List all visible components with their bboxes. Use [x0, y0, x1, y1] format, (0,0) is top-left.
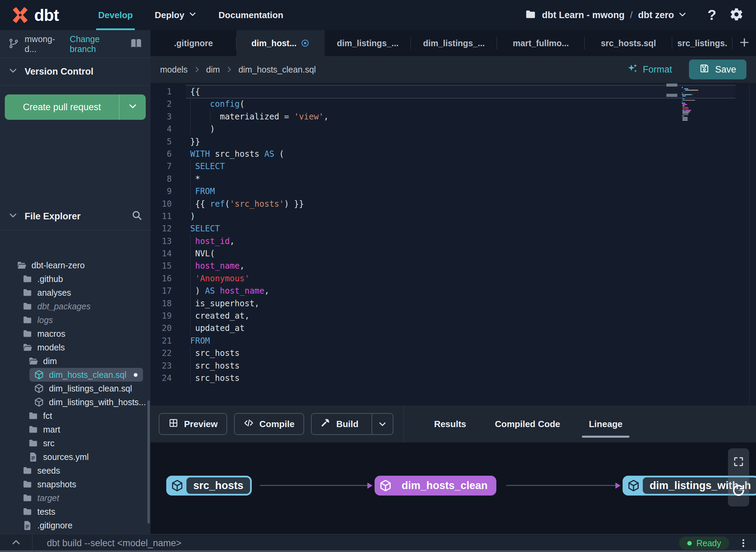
code-editor[interactable]: 123456789101112131415161718192021222324 … [151, 83, 756, 406]
code-line[interactable]: ) AS host_name, [186, 285, 735, 297]
tab-gitignore[interactable]: .gitignore [151, 30, 236, 56]
settings-gear-icon[interactable] [716, 7, 744, 23]
project-chevron-down-icon[interactable] [674, 10, 687, 20]
code-line[interactable]: ) [186, 123, 735, 135]
line-number: 13 [151, 235, 172, 247]
tab-dim-host[interactable]: dim_host... [236, 30, 325, 56]
fullscreen-icon[interactable] [733, 456, 744, 469]
tab-dim-listings[interactable]: dim_listings_... [325, 30, 411, 56]
tab-src-listings[interactable]: src_listings. [672, 30, 732, 56]
line-number: 2 [151, 98, 172, 110]
tree-item-analyses[interactable]: analyses [0, 286, 151, 299]
code-line[interactable]: src_hosts [186, 372, 735, 384]
panel-tab-lineage[interactable]: Lineage [574, 406, 637, 442]
kebab-menu-icon[interactable] [738, 538, 748, 548]
build-dropdown[interactable] [372, 414, 393, 434]
tree-item-tests[interactable]: tests [0, 505, 151, 518]
tree-item-github[interactable]: .github [0, 272, 151, 286]
lineage-node-dim-hosts-clean[interactable]: dim_hosts_clean [375, 476, 496, 496]
code-line[interactable]: host_id, [186, 235, 735, 247]
create-pr-dropdown[interactable] [119, 94, 146, 120]
model-cube-icon [376, 479, 395, 492]
new-tab-button[interactable] [732, 30, 756, 56]
code-line[interactable]: FROM [186, 335, 735, 347]
code-line[interactable]: {{ ref('src_hosts') }} [186, 198, 735, 210]
change-branch-link[interactable]: Change branch [70, 34, 125, 54]
code-line[interactable]: 'Anonymous' [186, 272, 735, 285]
code-line[interactable]: ) [186, 210, 735, 222]
model-cube-icon [34, 383, 44, 394]
create-pull-request-button[interactable]: Create pull request [5, 94, 146, 120]
tree-item-dim-listings-clean-sql[interactable]: dim_listings_clean.sql [0, 382, 151, 395]
search-icon[interactable] [131, 210, 142, 223]
docs-book-icon[interactable] [130, 37, 142, 51]
tree-item-dim-hosts-clean-sql[interactable]: dim_hosts_clean.sql [29, 368, 143, 382]
format-button[interactable]: Format [625, 63, 674, 77]
version-control-header[interactable]: Version Control [0, 58, 151, 86]
code-line[interactable]: SELECT [186, 222, 735, 235]
tree-item-dbt-packages[interactable]: dbt_packages [0, 299, 151, 313]
code-line[interactable]: materialized = 'view', [186, 111, 735, 123]
sidebar-scrollbar[interactable] [147, 400, 150, 524]
command-input[interactable]: dbt build --select <model_name> [32, 538, 181, 549]
tree-item-macros[interactable]: macros [0, 327, 151, 341]
nav-develop[interactable]: Develop [87, 0, 144, 30]
refresh-icon[interactable] [731, 483, 746, 499]
command-bar-expand[interactable] [0, 534, 32, 552]
breadcrumb-models[interactable]: models [160, 65, 188, 75]
code-line[interactable]: {{ [186, 86, 735, 98]
tree-item-seeds[interactable]: seeds [0, 464, 151, 477]
nav-documentation[interactable]: Documentation [208, 0, 294, 30]
file-icon [28, 452, 38, 462]
code-line[interactable]: is_superhost, [186, 297, 735, 310]
compile-button[interactable]: Compile [234, 413, 304, 435]
nav-deploy[interactable]: Deploy [144, 0, 208, 30]
file-explorer-header[interactable]: File Explorer [0, 203, 151, 230]
folder-icon [22, 506, 32, 517]
code-line[interactable]: * [186, 173, 735, 185]
code-line[interactable]: NVL( [186, 247, 735, 260]
tree-item-target[interactable]: target [0, 491, 151, 505]
tree-item-logs[interactable]: logs [0, 313, 151, 327]
code-line[interactable]: src_hosts [186, 347, 735, 359]
code-line[interactable]: config( [186, 98, 735, 110]
tree-item-snapshots[interactable]: snapshots [0, 477, 151, 491]
code-line[interactable]: src_hosts [186, 360, 735, 372]
tab-dim-listings[interactable]: dim_listings_... [411, 30, 497, 56]
tree-item-gitignore[interactable]: .gitignore [0, 518, 151, 532]
tab-src-hosts-sql[interactable]: src_hosts.sql [585, 30, 672, 56]
breadcrumb-dim[interactable]: dim [206, 65, 220, 75]
account-name[interactable]: dbt Learn - mwong [542, 10, 624, 21]
tree-item-dbt-learn-zero[interactable]: dbt-learn-zero [0, 258, 151, 272]
code-line[interactable]: FROM [186, 185, 735, 197]
project-name[interactable]: dbt zero [638, 10, 674, 21]
folder-icon [22, 493, 32, 503]
tree-item-sources-yml[interactable]: sources.yml [0, 450, 151, 464]
tab-mart-fullmo[interactable]: mart_fullmo... [497, 30, 585, 56]
code-line[interactable]: WITH src_hosts AS ( [186, 148, 735, 160]
code-line[interactable]: created_at, [186, 310, 735, 322]
panel-tab-results[interactable]: Results [420, 406, 481, 442]
code-line[interactable]: updated_at [186, 322, 735, 334]
tree-item-mart[interactable]: mart [0, 423, 151, 436]
code-line[interactable]: SELECT [186, 160, 735, 172]
tree-item-fct[interactable]: fct [0, 409, 151, 423]
tree-item-src[interactable]: src [0, 436, 151, 450]
panel-tab-compiled-code[interactable]: Compiled Code [481, 406, 575, 442]
save-button[interactable]: Save [689, 60, 746, 79]
line-number: 9 [151, 185, 172, 197]
minimap[interactable] [682, 87, 726, 121]
action-bar-divider [404, 406, 404, 442]
lineage-node-src-hosts[interactable]: src_hosts [166, 476, 252, 496]
tree-item-dim[interactable]: dim [0, 354, 151, 368]
lineage-canvas[interactable]: src_hostsdim_hosts_cleandim_listings_wit… [151, 442, 756, 534]
code-content[interactable]: {{ config( materialized = 'view', )}}WIT… [186, 86, 735, 384]
code-line[interactable]: host_name, [186, 260, 735, 272]
preview-button[interactable]: Preview [159, 413, 227, 435]
build-button[interactable]: Build [311, 413, 393, 435]
help-icon[interactable]: ? [707, 7, 716, 23]
code-line[interactable]: }} [186, 136, 735, 148]
tree-item-dim-listings-with-hosts[interactable]: dim_listings_with_hosts... [0, 395, 151, 409]
dbt-logo[interactable]: dbt [0, 5, 80, 25]
tree-item-models[interactable]: models [0, 341, 151, 354]
